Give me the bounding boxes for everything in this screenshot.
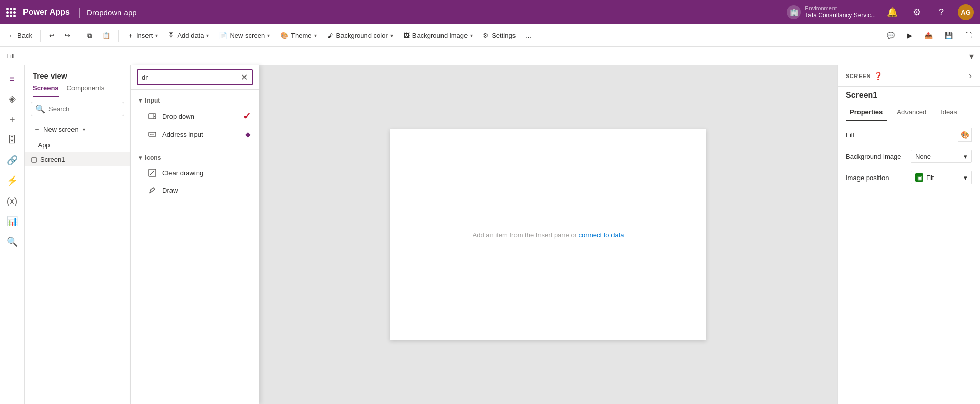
insert-item-address-input[interactable]: Address input ◆ xyxy=(131,125,259,143)
tree-search-input[interactable] xyxy=(48,105,119,113)
more-label: ... xyxy=(526,32,531,39)
waffle-icon[interactable] xyxy=(6,8,16,17)
help-icon[interactable]: ? xyxy=(933,4,949,20)
sidebar-icon-home[interactable]: ≡ xyxy=(3,69,21,88)
dropdown-check-badge: ✓ xyxy=(243,111,251,122)
img-position-dropdown[interactable]: ▣ Fit ▾ xyxy=(911,171,972,184)
theme-button[interactable]: 🎨 Theme ▾ xyxy=(276,30,321,41)
sidebar-icon-analytics[interactable]: 📊 xyxy=(3,212,21,231)
bg-color-button[interactable]: 🖌 Background color ▾ xyxy=(323,30,397,41)
top-nav-right: 🏢 Environment Tata Consultancy Servic...… xyxy=(787,4,974,20)
insert-search-input[interactable] xyxy=(142,73,238,81)
notification-icon[interactable]: 🔔 xyxy=(884,4,900,20)
new-screen-chevron: ▾ xyxy=(83,127,85,132)
insert-item-draw[interactable]: Draw xyxy=(131,182,259,199)
bg-image-icon: 🖼 xyxy=(403,32,410,39)
clear-drawing-label: Clear drawing xyxy=(162,169,203,177)
tab-components[interactable]: Components xyxy=(67,84,105,97)
back-icon: ← xyxy=(8,32,15,39)
bg-image-dropdown[interactable]: None ▾ xyxy=(911,150,972,163)
copy-button[interactable]: ⧉ xyxy=(83,30,96,42)
toolbar-separator-2 xyxy=(79,30,79,42)
canvas-placeholder-text: Add an item from the Insert pane or xyxy=(472,231,577,239)
insert-dropdown-panel: ✕ ▾ Input Drop down ✓ xyxy=(131,65,259,404)
fill-swatch[interactable]: 🎨 xyxy=(958,128,972,142)
bg-image-chevron: ▾ xyxy=(470,33,473,38)
sidebar-icon-data[interactable]: 🗄 xyxy=(3,131,21,149)
connect-to-data-link[interactable]: connect to data xyxy=(579,231,624,239)
undo-button[interactable]: ↩ xyxy=(45,30,59,41)
env-icon: 🏢 xyxy=(787,5,801,19)
sidebar-icon-components[interactable]: ◈ xyxy=(3,90,21,108)
tab-ideas[interactable]: Ideas xyxy=(937,104,961,121)
icons-section-label: Icons xyxy=(145,154,161,161)
insert-button[interactable]: ＋ Insert ▾ xyxy=(123,29,162,42)
redo-button[interactable]: ↪ xyxy=(61,30,75,41)
comments-icon[interactable]: 💬 xyxy=(883,30,899,41)
paste-button[interactable]: 📋 xyxy=(98,30,114,41)
env-label: Environment xyxy=(805,5,876,12)
formula-property: Fill xyxy=(6,52,37,60)
toolbar: ← Back ↩ ↪ ⧉ 📋 ＋ Insert ▾ 🗄 Add data ▾ 📄… xyxy=(0,24,980,47)
panel-expand-icon[interactable]: › xyxy=(969,70,972,81)
clear-drawing-icon xyxy=(147,168,157,178)
formula-chevron[interactable]: ▾ xyxy=(969,50,974,62)
search-icon: 🔍 xyxy=(35,104,45,114)
help-circle-icon[interactable]: ❓ xyxy=(874,72,883,80)
theme-icon: 🎨 xyxy=(280,32,288,39)
bg-image-value: None xyxy=(915,153,931,160)
img-position-icon: ▣ xyxy=(915,173,923,182)
insert-item-clear-drawing[interactable]: Clear drawing xyxy=(131,164,259,182)
sidebar-icon-add[interactable]: ＋ xyxy=(3,110,21,129)
canvas-frame[interactable]: Add an item from the Insert pane or conn… xyxy=(390,129,706,340)
insert-clear-button[interactable]: ✕ xyxy=(241,72,248,82)
bg-color-icon: 🖌 xyxy=(327,32,334,39)
icons-section-header[interactable]: ▾ Icons xyxy=(131,151,259,164)
back-button[interactable]: ← Back xyxy=(4,30,36,41)
insert-item-dropdown[interactable]: Drop down ✓ xyxy=(131,107,259,125)
insert-icon: ＋ xyxy=(127,31,134,40)
tree-item-app[interactable]: □ App xyxy=(24,138,130,152)
top-nav: Power Apps | Dropdown app 🏢 Environment … xyxy=(0,0,980,24)
new-screen-button[interactable]: 📄 New screen ▾ xyxy=(215,30,274,41)
sidebar-icon-variables[interactable]: (x) xyxy=(3,192,21,210)
fill-row: Fill 🎨 xyxy=(846,128,972,142)
expand-icon[interactable]: ⛶ xyxy=(961,30,976,41)
canvas-area: Add an item from the Insert pane or conn… xyxy=(259,65,837,404)
env-text: Environment Tata Consultancy Servic... xyxy=(805,5,876,20)
icons-collapse-icon: ▾ xyxy=(139,154,142,161)
input-section-header[interactable]: ▾ Input xyxy=(131,94,259,107)
sidebar-icon-powerautomate[interactable]: ⚡ xyxy=(3,171,21,190)
tab-advanced[interactable]: Advanced xyxy=(893,104,930,121)
insert-search-box: ✕ xyxy=(137,69,253,85)
avatar[interactable]: AG xyxy=(958,4,974,20)
insert-search-row: ✕ xyxy=(131,65,259,90)
save-icon[interactable]: 💾 xyxy=(941,30,957,41)
add-data-button[interactable]: 🗄 Add data ▾ xyxy=(164,30,213,41)
right-panel-header: SCREEN ❓ › xyxy=(838,65,980,87)
sidebar-icon-connections[interactable]: 🔗 xyxy=(3,151,21,169)
bg-color-chevron: ▾ xyxy=(390,33,393,38)
tab-screens[interactable]: Screens xyxy=(33,84,59,97)
new-screen-icon: 📄 xyxy=(219,32,227,39)
tree-header: Tree view xyxy=(24,65,130,84)
icons-section: ▾ Icons Clear drawing xyxy=(131,147,259,203)
settings-button[interactable]: ⚙ Settings xyxy=(479,30,520,41)
bg-image-button[interactable]: 🖼 Background image ▾ xyxy=(399,30,477,41)
canvas-placeholder: Add an item from the Insert pane or conn… xyxy=(472,231,624,239)
tree-item-screen1[interactable]: ▢ Screen1 xyxy=(24,152,130,166)
settings-icon[interactable]: ⚙ xyxy=(909,4,925,20)
more-button[interactable]: ... xyxy=(522,30,535,41)
tree-item-app-label: App xyxy=(38,141,50,149)
panel-tabs: Properties Advanced Ideas xyxy=(838,104,980,121)
sidebar-icon-search[interactable]: 🔍 xyxy=(3,233,21,251)
new-screen-btn[interactable]: ＋ New screen ▾ xyxy=(28,121,127,137)
environment-info[interactable]: 🏢 Environment Tata Consultancy Servic... xyxy=(787,5,876,20)
insert-label: Insert xyxy=(136,32,153,39)
publish-icon[interactable]: 📤 xyxy=(920,30,937,41)
back-label: Back xyxy=(17,32,32,39)
fill-swatch-icon: 🎨 xyxy=(961,131,969,139)
play-icon[interactable]: ▶ xyxy=(903,30,916,41)
fill-label: Fill xyxy=(846,131,854,139)
tab-properties[interactable]: Properties xyxy=(846,104,887,121)
